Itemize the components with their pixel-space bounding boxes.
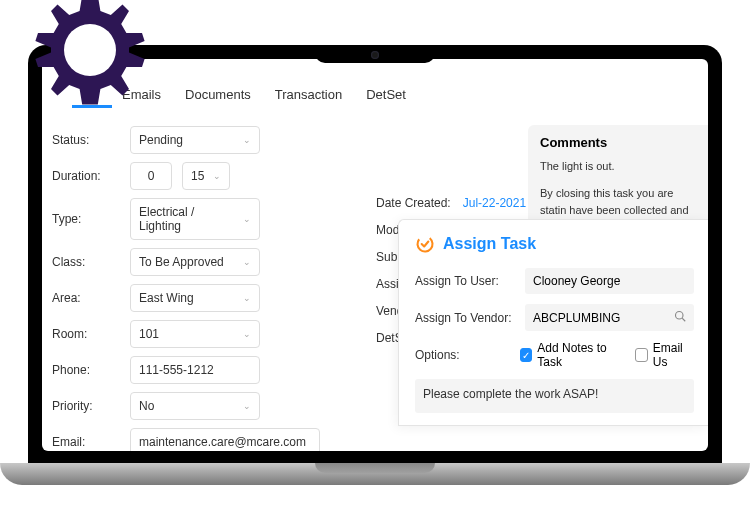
area-label: Area: (52, 291, 120, 305)
comments-title: Comments (540, 135, 696, 150)
duration-hours-input[interactable]: 0 (130, 162, 172, 190)
email-label: Email: (52, 435, 120, 449)
priority-label: Priority: (52, 399, 120, 413)
search-icon[interactable] (674, 310, 686, 325)
assign-user-input[interactable]: Clooney George (525, 268, 694, 294)
assign-task-modal: Assign Task Assign To User: Clooney Geor… (398, 219, 708, 426)
options-label: Options: (415, 348, 506, 362)
modal-title: Assign Task (415, 234, 694, 254)
tab-documents[interactable]: Documents (185, 87, 251, 106)
chevron-down-icon: ⌄ (243, 257, 251, 267)
status-label: Status: (52, 133, 120, 147)
chevron-down-icon: ⌄ (243, 329, 251, 339)
laptop-notch (315, 45, 435, 63)
chevron-down-icon: ⌄ (243, 293, 251, 303)
chevron-down-icon: ⌄ (243, 135, 251, 145)
gear-icon (25, 0, 155, 119)
status-select[interactable]: Pending⌄ (130, 126, 260, 154)
svg-point-2 (676, 312, 684, 320)
assign-vendor-label: Assign To Vendor: (415, 311, 519, 325)
class-select[interactable]: To Be Approved⌄ (130, 248, 260, 276)
chevron-down-icon: ⌄ (243, 214, 251, 224)
email-user-checkbox[interactable]: Email Us (635, 341, 694, 369)
room-label: Room: (52, 327, 120, 341)
phone-label: Phone: (52, 363, 120, 377)
laptop-base (0, 463, 750, 485)
date-created-value: Jul-22-2021 (463, 196, 526, 210)
add-notes-checkbox[interactable]: ✓ Add Notes to Task (520, 341, 622, 369)
laptop-camera-icon (371, 51, 379, 59)
assign-user-label: Assign To User: (415, 274, 519, 288)
chevron-down-icon: ⌄ (213, 171, 221, 181)
class-label: Class: (52, 255, 120, 269)
priority-select[interactable]: No⌄ (130, 392, 260, 420)
svg-line-3 (682, 318, 685, 321)
assign-vendor-input[interactable]: ABCPLUMBING (525, 304, 694, 331)
checkbox-checked-icon: ✓ (520, 348, 532, 362)
phone-input[interactable]: 111-555-1212 (130, 356, 260, 384)
date-created-label: Date Created: (376, 196, 451, 210)
svg-point-0 (64, 24, 116, 76)
task-form: Status: Pending⌄ Duration: 0 15⌄ Type: (52, 126, 372, 451)
type-select[interactable]: Electrical / Lighting⌄ (130, 198, 260, 240)
notes-textarea[interactable]: Please complete the work ASAP! (415, 379, 694, 413)
type-label: Type: (52, 212, 120, 226)
laptop-base-notch (315, 463, 435, 473)
email-input[interactable]: maintenance.care@mcare.com (130, 428, 320, 451)
tab-transaction[interactable]: Transaction (275, 87, 342, 106)
room-select[interactable]: 101⌄ (130, 320, 260, 348)
chevron-down-icon: ⌄ (243, 401, 251, 411)
assign-icon (415, 234, 435, 254)
duration-label: Duration: (52, 169, 120, 183)
area-select[interactable]: East Wing⌄ (130, 284, 260, 312)
checkbox-unchecked-icon (635, 348, 647, 362)
tab-detset[interactable]: DetSet (366, 87, 406, 106)
duration-minutes-select[interactable]: 15⌄ (182, 162, 230, 190)
